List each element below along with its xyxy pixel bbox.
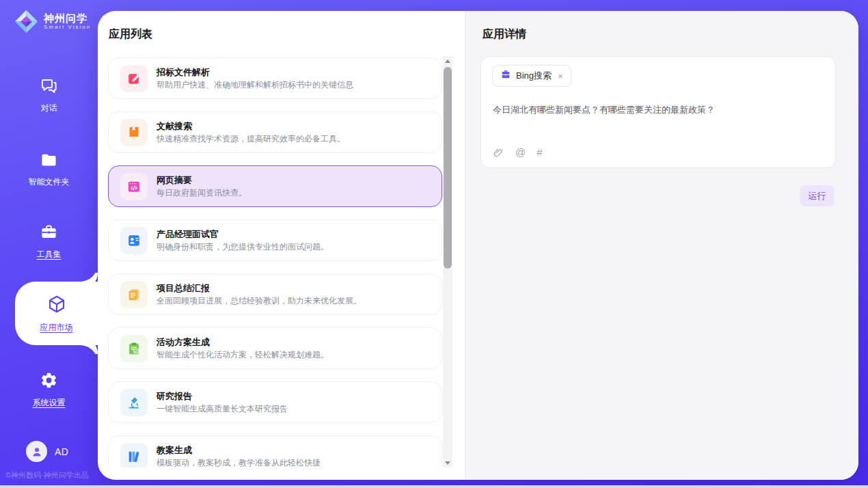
app-card-description: 快速精准查找学术资源，提高研究效率的必备工具。: [157, 133, 345, 144]
app-list-title: 应用列表: [109, 27, 152, 42]
prompt-card[interactable]: Bing搜索 × 今日湖北有哪些新闻要点？有哪些需要关注的最新政策？ @ #: [480, 56, 836, 168]
brand-logo: 神州问学 Smart Vision: [14, 9, 91, 34]
scroll-up-button[interactable]: [443, 56, 452, 66]
app-detail-title: 应用详情: [483, 27, 526, 42]
prompt-toolbar: @ #: [493, 146, 543, 159]
app-card[interactable]: 研究报告一键智能生成高质量长文本研究报告: [108, 381, 442, 423]
app-card[interactable]: 教案生成模板驱动，教案秒成，教学准备从此轻松快捷: [108, 435, 442, 467]
app-card-name: 网页摘要: [157, 174, 247, 186]
scrollbar[interactable]: [443, 56, 452, 467]
interviewer-icon: [120, 227, 148, 254]
prompt-text[interactable]: 今日湖北有哪些新闻要点？有哪些需要关注的最新政策？: [493, 103, 822, 117]
main-panel: 应用列表 招标文件解析帮助用户快速、准确地理解和解析招标书中的关键信息文献搜索快…: [98, 11, 858, 480]
sidebar-item-label: 应用市场: [40, 322, 73, 334]
sidebar-item-label: 工具集: [37, 249, 62, 260]
avatar: [26, 441, 47, 462]
lesson-books-icon: [120, 443, 148, 468]
toolbox-icon: [40, 223, 58, 244]
briefcase-icon: [500, 69, 511, 83]
research-icon: [120, 389, 148, 416]
app-card-name: 产品经理面试官: [157, 228, 329, 240]
app-card-name: 活动方案生成: [157, 336, 329, 348]
app-card-description: 全面回顾项目进展，总结经验教训，助力未来优化发展。: [157, 295, 362, 306]
app-card-description: 智能生成个性化活动方案，轻松解决规划难题。: [157, 349, 329, 360]
app-card-description: 模板驱动，教案秒成，教学准备从此轻松快捷: [157, 457, 321, 467]
remove-tag-button[interactable]: ×: [558, 71, 563, 81]
brand-subtitle: Smart Vision: [44, 24, 91, 31]
sidebar-item-label: 系统设置: [33, 397, 66, 409]
brand-name: 神州问学: [44, 12, 91, 24]
app-card-description: 一键智能生成高质量长文本研究报告: [157, 403, 288, 414]
chat-icon: [40, 77, 58, 98]
sidebar-item-应用市场[interactable]: 应用市场: [15, 282, 98, 345]
sidebar-item-智能文件夹[interactable]: 智能文件夹: [0, 145, 98, 193]
app-list: 招标文件解析帮助用户快速、准确地理解和解析招标书中的关键信息文献搜索快速精准查找…: [108, 56, 443, 467]
sidebar-item-label: 智能文件夹: [29, 176, 70, 188]
app-detail-panel: 应用详情 Bing搜索 × 今日湖北有哪些新闻要点？有哪些需要关注的最新政策？: [465, 11, 858, 480]
folder-icon: [40, 150, 58, 172]
sidebar-item-工具集[interactable]: 工具集: [0, 217, 98, 265]
tool-tag-label: Bing搜索: [516, 70, 552, 82]
sidebar-item-对话[interactable]: 对话: [0, 71, 98, 119]
app-card-description: 明确身份和职责，为您提供专业性的面试问题。: [157, 241, 329, 252]
sidebar-item-系统设置[interactable]: 系统设置: [0, 366, 98, 414]
gear-icon: [40, 371, 58, 392]
bid-edit-icon: [120, 65, 148, 92]
brand-diamond-icon: [14, 9, 39, 34]
mention-icon[interactable]: @: [515, 146, 526, 159]
app-card-name: 招标文件解析: [157, 66, 353, 78]
app-card[interactable]: 招标文件解析帮助用户快速、准确地理解和解析招标书中的关键信息: [108, 57, 442, 99]
report-doc-icon: [120, 281, 148, 308]
app-card-description: 帮助用户快速、准确地理解和解析招标书中的关键信息: [157, 79, 353, 90]
app-card[interactable]: 活动方案生成智能生成个性化活动方案，轻松解决规划难题。: [108, 327, 442, 369]
app-card-name: 研究报告: [157, 390, 288, 402]
scroll-down-button[interactable]: [443, 458, 452, 467]
scrollbar-thumb[interactable]: [444, 67, 452, 269]
user-initials: AD: [55, 446, 68, 457]
user-profile[interactable]: AD: [26, 441, 68, 462]
sidebar-item-label: 对话: [41, 103, 57, 114]
app-card[interactable]: 项目总结汇报全面回顾项目进展，总结经验教训，助力未来优化发展。: [108, 273, 442, 315]
triangle-down-icon: [445, 461, 450, 465]
book-icon: [120, 119, 148, 146]
window-bottom-edge: [0, 485, 868, 488]
app-card[interactable]: 产品经理面试官明确身份和职责，为您提供专业性的面试问题。: [108, 219, 442, 261]
app-card[interactable]: 网页摘要每日政府新闻资讯快查。: [108, 165, 442, 207]
topic-icon[interactable]: #: [537, 146, 542, 159]
app-card-name: 项目总结汇报: [157, 282, 362, 294]
app-window: 神州问学 Smart Vision 对话智能文件夹工具集应用市场系统设置 AD …: [0, 0, 868, 488]
app-card-name: 教案生成: [157, 444, 321, 456]
copyright: ©神州数码·神州问学出品: [5, 470, 89, 480]
app-card-name: 文献搜索: [157, 120, 345, 132]
triangle-up-icon: [445, 59, 450, 63]
app-card[interactable]: 文献搜索快速精准查找学术资源，提高研究效率的必备工具。: [108, 111, 442, 153]
web-code-icon: [120, 173, 148, 200]
run-button[interactable]: 运行: [800, 185, 835, 206]
paperclip-icon[interactable]: [493, 147, 504, 159]
app-list-panel: 应用列表 招标文件解析帮助用户快速、准确地理解和解析招标书中的关键信息文献搜索快…: [98, 11, 465, 480]
cube-icon: [46, 294, 67, 317]
clipboard-check-icon: [120, 335, 148, 362]
app-card-description: 每日政府新闻资讯快查。: [157, 187, 247, 198]
tool-tag[interactable]: Bing搜索 ×: [492, 65, 571, 87]
sidebar: 神州问学 Smart Vision 对话智能文件夹工具集应用市场系统设置 AD: [0, 0, 98, 488]
